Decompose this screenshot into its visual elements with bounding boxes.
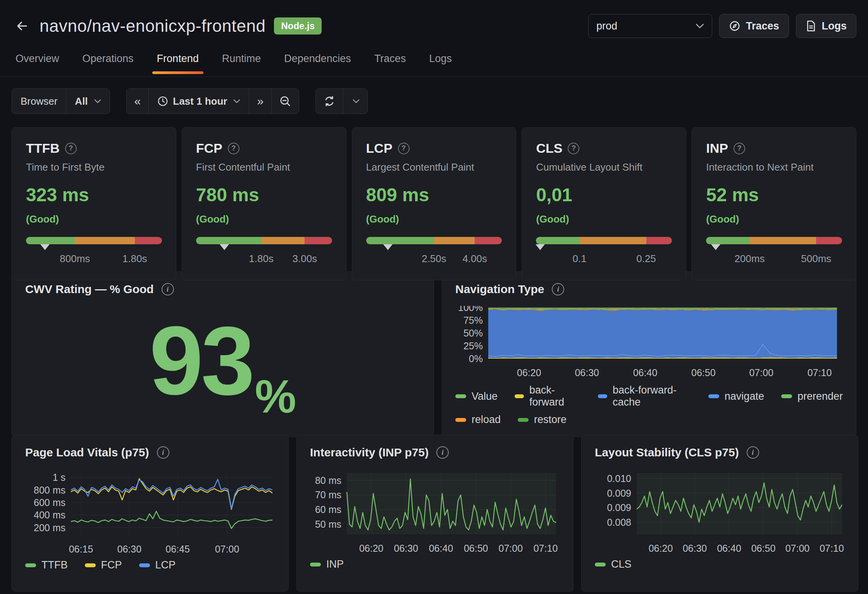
panel-title: Page Load Vitals (p75) xyxy=(25,446,149,459)
svg-text:1 s: 1 s xyxy=(53,472,65,483)
layout-stability-chart[interactable]: 0.0100.0090.0090.00806:2006:3006:4006:50… xyxy=(595,469,845,554)
chevron-down-icon xyxy=(353,99,360,104)
metric-value: 52 ms xyxy=(706,184,842,205)
legend-item[interactable]: Value xyxy=(455,384,498,408)
legend-item[interactable]: reload xyxy=(455,414,501,426)
legend-item[interactable]: FCP xyxy=(85,559,122,571)
legend-item[interactable]: navigate xyxy=(708,384,764,408)
gauge-threshold-label: 0.25 xyxy=(636,253,656,265)
legend-item[interactable]: INP xyxy=(310,558,344,570)
navigation-type-panel: Navigation Type i 100%75%50%25%0%06:2006… xyxy=(442,271,856,437)
svg-text:80 ms: 80 ms xyxy=(315,475,341,486)
gauge-threshold-label: 1.80s xyxy=(249,253,274,265)
legend-swatch xyxy=(598,394,607,398)
tab-traces[interactable]: Traces xyxy=(374,53,406,76)
legend-label: FCP xyxy=(101,559,122,571)
interactivity-chart[interactable]: 80 ms70 ms60 ms50 ms06:2006:3006:4006:50… xyxy=(310,469,560,554)
metric-rating: (Good) xyxy=(706,213,842,225)
page-title: navno/nav-enonicxp-frontend xyxy=(40,16,265,36)
help-icon[interactable]: ? xyxy=(568,143,579,154)
environment-select[interactable]: prod xyxy=(588,14,712,38)
help-icon[interactable]: ? xyxy=(65,143,77,154)
tab-logs[interactable]: Logs xyxy=(429,53,452,76)
legend-swatch xyxy=(708,394,719,398)
zoom-out-button[interactable] xyxy=(271,89,299,114)
svg-text:06:30: 06:30 xyxy=(575,367,599,378)
svg-text:400 ms: 400 ms xyxy=(34,509,65,520)
metric-gauge: 800ms1.80s xyxy=(26,237,162,267)
help-icon[interactable]: ? xyxy=(734,143,745,154)
svg-text:07:10: 07:10 xyxy=(820,543,844,554)
tab-frontend[interactable]: Frontend xyxy=(157,53,199,76)
svg-text:06:30: 06:30 xyxy=(117,544,142,554)
tab-dependencies[interactable]: Dependencies xyxy=(284,53,351,76)
help-icon[interactable]: ? xyxy=(228,143,239,154)
legend-label: INP xyxy=(326,558,344,570)
navigation-type-chart[interactable]: 100%75%50%25%0%06:2006:3006:4006:5007:00… xyxy=(455,306,840,380)
header-actions: prod Traces Logs xyxy=(588,14,856,38)
arrow-left-icon xyxy=(15,19,29,33)
logs-button[interactable]: Logs xyxy=(796,14,857,38)
panel-title: CWV Rating — % Good xyxy=(25,283,154,296)
legend-label: TTFB xyxy=(41,559,68,571)
metric-title: TTFB xyxy=(26,141,60,156)
help-icon[interactable]: ? xyxy=(398,143,410,154)
legend-label: prerender xyxy=(797,390,843,402)
info-icon[interactable]: i xyxy=(436,446,449,459)
time-shift-forward-button[interactable]: » xyxy=(249,89,271,114)
gauge-threshold-label: 4.00s xyxy=(462,253,487,265)
legend-swatch xyxy=(25,563,36,567)
browser-filter-select[interactable]: All xyxy=(66,89,109,114)
svg-text:0.009: 0.009 xyxy=(607,488,631,499)
gauge-marker-icon xyxy=(711,244,720,250)
gauge-threshold-label: 800ms xyxy=(60,253,90,265)
document-icon xyxy=(806,20,816,32)
info-icon[interactable]: i xyxy=(747,446,759,459)
cwv-rating-panel: CWV Rating — % Good i 93 % xyxy=(12,271,434,437)
svg-text:06:30: 06:30 xyxy=(683,543,707,554)
info-icon[interactable]: i xyxy=(552,283,564,295)
layout-stability-legend: CLS xyxy=(595,558,845,570)
refresh-button[interactable] xyxy=(316,89,343,114)
svg-text:07:10: 07:10 xyxy=(808,367,832,378)
legend-item[interactable]: TTFB xyxy=(25,559,68,571)
page-load-vitals-chart[interactable]: 1 s800 ms600 ms400 ms200 ms06:1506:3006:… xyxy=(25,469,275,554)
metric-subtitle: First Contentful Paint xyxy=(196,161,332,173)
page-load-vitals-panel: Page Load Vitals (p75) i 1 s800 ms600 ms… xyxy=(12,435,289,592)
metric-rating: (Good) xyxy=(26,213,162,225)
svg-text:0.010: 0.010 xyxy=(607,473,631,484)
metric-subtitle: Cumulative Layout Shift xyxy=(536,161,672,173)
svg-text:07:10: 07:10 xyxy=(534,543,558,554)
legend-label: Value xyxy=(472,390,498,402)
svg-text:07:00: 07:00 xyxy=(499,543,523,554)
browser-filter-label-seg: Browser xyxy=(12,89,66,114)
legend-item[interactable]: back-forward xyxy=(515,384,581,408)
refresh-interval-select[interactable] xyxy=(343,89,367,114)
svg-text:0%: 0% xyxy=(469,353,483,364)
svg-text:06:40: 06:40 xyxy=(717,543,741,554)
legend-item[interactable]: CLS xyxy=(595,558,632,570)
info-icon[interactable]: i xyxy=(157,446,169,459)
legend-item[interactable]: back-forward-cache xyxy=(598,384,691,408)
legend-item[interactable]: LCP xyxy=(139,559,176,571)
time-shift-back-button[interactable]: « xyxy=(127,89,149,114)
tab-overview[interactable]: Overview xyxy=(16,53,59,76)
svg-text:800 ms: 800 ms xyxy=(34,485,65,496)
gauge-marker-icon xyxy=(383,244,393,250)
legend-item[interactable]: prerender xyxy=(781,384,843,408)
time-range-button[interactable]: Last 1 hour xyxy=(148,89,249,114)
tab-operations[interactable]: Operations xyxy=(83,53,134,76)
tab-runtime[interactable]: Runtime xyxy=(222,53,261,76)
legend-label: back-forward xyxy=(529,384,581,408)
traces-button[interactable]: Traces xyxy=(719,14,789,38)
back-button[interactable] xyxy=(15,19,29,33)
svg-text:06:40: 06:40 xyxy=(429,543,453,554)
metric-title: FCP xyxy=(196,141,222,156)
legend-item[interactable]: restore xyxy=(518,414,567,426)
app-header: navno/nav-enonicxp-frontend Node.js prod… xyxy=(0,0,868,40)
info-icon[interactable]: i xyxy=(162,283,174,295)
svg-text:06:20: 06:20 xyxy=(517,367,541,378)
metric-gauge: 0.10.25 xyxy=(536,237,672,267)
cwv-percent-value: 93 xyxy=(150,313,253,409)
gauge-marker-icon xyxy=(536,244,545,250)
